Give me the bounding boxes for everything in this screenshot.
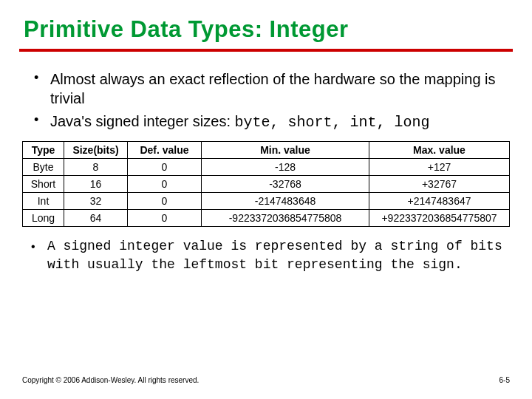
table-row: Int 32 0 -2147483648 +2147483647	[23, 193, 510, 210]
table-row: Short 16 0 -32768 +32767	[23, 176, 510, 193]
cell-def: 0	[128, 176, 202, 193]
cell-max: +2147483647	[369, 193, 510, 210]
cell-type: Byte	[23, 159, 64, 176]
bullet-code: byte, short, int, long	[235, 114, 430, 131]
th-min: Min. value	[202, 142, 369, 159]
cell-def: 0	[128, 210, 202, 227]
bullet-item: Almost always an exact reflection of the…	[50, 69, 501, 109]
th-size: Size(bits)	[64, 142, 128, 159]
cell-max: +127	[369, 159, 510, 176]
footer: Copyright © 2006 Addison-Wesley. All rig…	[22, 376, 510, 384]
title-rule	[19, 49, 513, 52]
cell-def: 0	[128, 193, 202, 210]
copyright: Copyright © 2006 Addison-Wesley. All rig…	[22, 376, 199, 384]
th-def: Def. value	[128, 142, 202, 159]
cell-type: Int	[23, 193, 64, 210]
cell-min: -2147483648	[202, 193, 369, 210]
cell-size: 32	[64, 193, 128, 210]
cell-def: 0	[128, 159, 202, 176]
note: • A signed integer value is represented …	[47, 237, 502, 274]
cell-size: 64	[64, 210, 128, 227]
bullet-text: Java's signed integer sizes:	[50, 113, 235, 129]
cell-type: Long	[23, 210, 64, 227]
bullet-item: Java's signed integer sizes: byte, short…	[50, 112, 501, 132]
cell-size: 8	[64, 159, 128, 176]
bullet-list: Almost always an exact reflection of the…	[22, 69, 510, 132]
integer-types-table: Type Size(bits) Def. value Min. value Ma…	[22, 141, 510, 227]
table-row: Long 64 0 -9223372036854775808 +92233720…	[23, 210, 510, 227]
cell-type: Short	[23, 176, 64, 193]
cell-min: -128	[202, 159, 369, 176]
page-title: Primitive Data Types: Integer	[24, 16, 510, 43]
slide: Primitive Data Types: Integer Almost alw…	[0, 0, 532, 399]
table-header-row: Type Size(bits) Def. value Min. value Ma…	[23, 142, 510, 159]
cell-min: -32768	[202, 176, 369, 193]
table-row: Byte 8 0 -128 +127	[23, 159, 510, 176]
cell-max: +32767	[369, 176, 510, 193]
cell-min: -9223372036854775808	[202, 210, 369, 227]
th-type: Type	[23, 142, 64, 159]
th-max: Max. value	[369, 142, 510, 159]
page-number: 6-5	[499, 376, 510, 384]
cell-max: +9223372036854775807	[369, 210, 510, 227]
bullet-dot: •	[31, 239, 35, 255]
note-text: A signed integer value is represented by…	[47, 239, 502, 272]
cell-size: 16	[64, 176, 128, 193]
